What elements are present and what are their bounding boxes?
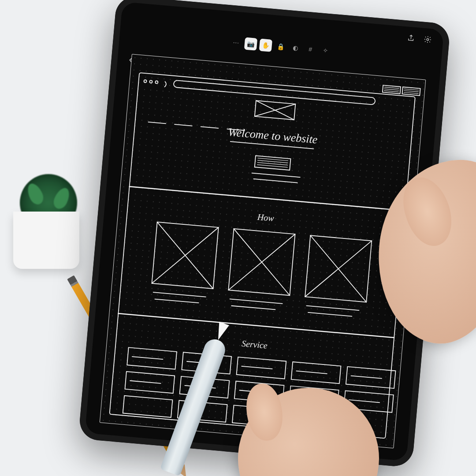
more-icon[interactable]: ⋯: [229, 36, 242, 49]
svg-point-2: [144, 80, 146, 82]
hand-icon[interactable]: ✋: [259, 38, 272, 52]
puzzle-icon[interactable]: ✧: [319, 44, 332, 57]
svg-point-0: [427, 38, 429, 41]
grid-icon[interactable]: #: [304, 42, 317, 56]
camera-icon[interactable]: 📷: [244, 37, 257, 51]
settings-icon[interactable]: [423, 35, 432, 46]
app-toolbar: ⋯ 📷 ✋ 🔒 ◐ # ✧: [229, 36, 332, 57]
status-bar: [406, 34, 432, 46]
contrast-icon[interactable]: ◐: [289, 41, 302, 54]
svg-rect-5: [173, 80, 375, 105]
wireframe-image-box: [304, 235, 372, 317]
svg-point-3: [149, 80, 152, 83]
svg-rect-23: [123, 396, 173, 417]
svg-point-4: [155, 81, 158, 83]
wireframe-image-box: [227, 229, 295, 311]
wireframe-hero-title: Welcome to website: [227, 126, 318, 146]
wireframe-section3-title: Service: [241, 338, 268, 350]
share-icon[interactable]: [406, 34, 415, 45]
wireframe-image-box: [150, 222, 218, 304]
lock-icon[interactable]: 🔒: [274, 40, 287, 53]
wireframe-section2-title: How: [257, 212, 275, 223]
plant-pot: [13, 212, 79, 269]
